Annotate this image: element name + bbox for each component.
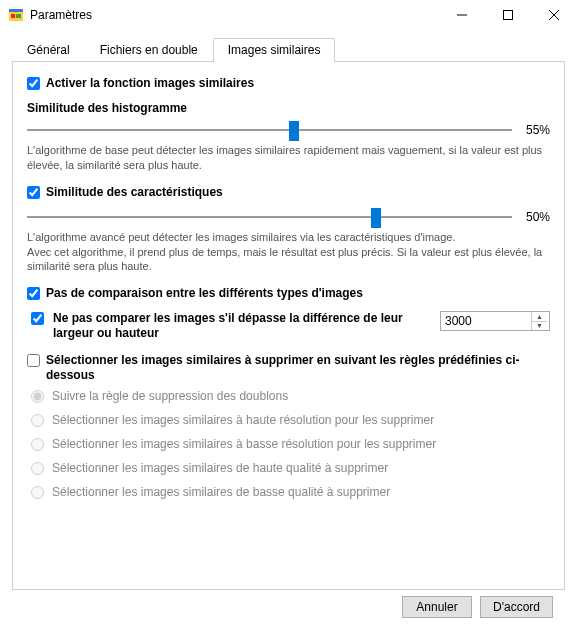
spinner-up-icon[interactable]: ▲	[532, 312, 547, 322]
tab-duplicates[interactable]: Fichiers en double	[85, 38, 213, 62]
maximize-button[interactable]	[485, 0, 531, 30]
svg-rect-1	[9, 9, 23, 12]
no-compare-types-label: Pas de comparaison entre les différents …	[46, 286, 363, 301]
tab-general[interactable]: Général	[12, 38, 85, 62]
features-checkbox[interactable]	[27, 186, 40, 199]
histogram-value: 55%	[520, 123, 550, 137]
rule-radio-highquality	[31, 462, 44, 475]
histogram-slider[interactable]	[27, 123, 512, 137]
rule-radio-lowquality	[31, 486, 44, 499]
size-diff-input[interactable]	[441, 312, 531, 330]
tabstrip: Général Fichiers en double Images simila…	[12, 36, 565, 62]
rule-label-duplicates: Suivre la règle de suppression des doubl…	[52, 389, 288, 403]
size-diff-label: Ne pas comparer les images s'il dépasse …	[53, 311, 434, 341]
rule-label-lowres: Sélectionner les images similaires à bas…	[52, 437, 436, 451]
features-value: 50%	[520, 210, 550, 224]
close-button[interactable]	[531, 0, 577, 30]
features-label: Similitude des caractéristiques	[46, 185, 223, 200]
svg-rect-2	[11, 14, 15, 18]
panel-similar-images: Activer la fonction images similaires Si…	[12, 62, 565, 590]
rule-radio-duplicates	[31, 390, 44, 403]
histogram-desc: L'algorithme de base peut détecter les i…	[27, 143, 550, 173]
rule-label-highres: Sélectionner les images similaires à hau…	[52, 413, 434, 427]
titlebar: Paramètres	[0, 0, 577, 30]
app-icon	[8, 7, 24, 23]
rule-radio-highres	[31, 414, 44, 427]
spinner-down-icon[interactable]: ▼	[532, 322, 547, 331]
features-slider[interactable]	[27, 210, 512, 224]
tab-similar-images[interactable]: Images similaires	[213, 38, 336, 62]
svg-rect-5	[504, 11, 513, 20]
svg-rect-3	[16, 14, 21, 18]
rule-radio-lowres	[31, 438, 44, 451]
no-compare-types-checkbox[interactable]	[27, 287, 40, 300]
size-diff-spinner: ▲ ▼	[440, 311, 550, 331]
features-desc: L'algorithme avancé peut détecter les im…	[27, 230, 550, 275]
window-title: Paramètres	[30, 8, 92, 22]
cancel-button[interactable]: Annuler	[402, 596, 472, 618]
ok-button[interactable]: D'accord	[480, 596, 553, 618]
rules-radio-group: Suivre la règle de suppression des doubl…	[31, 389, 550, 499]
rule-label-highquality: Sélectionner les images similaires de ha…	[52, 461, 388, 475]
histogram-title: Similitude des histogramme	[27, 101, 550, 115]
rules-label: Sélectionner les images similaires à sup…	[46, 353, 550, 383]
rules-checkbox[interactable]	[27, 354, 40, 367]
enable-similar-label: Activer la fonction images similaires	[46, 76, 254, 91]
footer: Annuler D'accord	[12, 590, 565, 618]
size-diff-checkbox[interactable]	[31, 312, 44, 325]
enable-similar-checkbox[interactable]	[27, 77, 40, 90]
minimize-button[interactable]	[439, 0, 485, 30]
rule-label-lowquality: Sélectionner les images similaires de ba…	[52, 485, 390, 499]
